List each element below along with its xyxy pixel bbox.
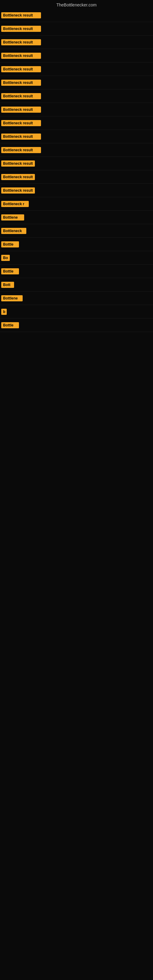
bottleneck-row: Bottleneck result <box>0 35 153 49</box>
bottleneck-row: Bottleneck result <box>0 143 153 157</box>
bottleneck-badge[interactable]: Bottleneck result <box>1 161 35 167</box>
bottleneck-row: Bottleneck result <box>0 62 153 76</box>
bottleneck-row: Bott <box>0 278 153 291</box>
bottleneck-badge[interactable]: Bottleneck result <box>1 12 41 18</box>
bottleneck-row: Bottleneck result <box>0 22 153 35</box>
bottleneck-badge[interactable]: Bottlene <box>1 215 24 221</box>
bottleneck-row: Bottleneck result <box>0 103 153 116</box>
bottleneck-badge[interactable]: Bottleneck result <box>1 80 41 86</box>
bottleneck-badge[interactable]: Bo <box>1 255 10 261</box>
bottleneck-badge[interactable]: Bottleneck result <box>1 107 41 113</box>
site-title: TheBottlenecker.com <box>0 0 153 9</box>
bottleneck-badge[interactable]: Bottleneck result <box>1 188 35 194</box>
bottleneck-row: Bottleneck result <box>0 89 153 103</box>
bottleneck-row: Bottle <box>0 238 153 251</box>
bottleneck-badge[interactable]: Bottleneck result <box>1 120 41 126</box>
bottleneck-badge[interactable]: Bottleneck result <box>1 66 41 72</box>
bottleneck-badge[interactable]: Bottleneck r <box>1 201 29 207</box>
bottleneck-row: Bottleneck result <box>0 116 153 130</box>
bottleneck-row: Bottleneck result <box>0 49 153 62</box>
bottleneck-badge[interactable]: Bottleneck result <box>1 93 41 99</box>
bottleneck-badge[interactable]: Bottle <box>1 268 19 274</box>
bottleneck-badge[interactable]: Bottleneck result <box>1 147 41 153</box>
bottleneck-row: Bottlene <box>0 291 153 305</box>
bottleneck-badge[interactable]: Bottleneck result <box>1 174 35 180</box>
bottleneck-badge[interactable]: Bottleneck result <box>1 39 41 45</box>
bottleneck-row: Bo <box>0 251 153 265</box>
bottleneck-row: Bottleneck result <box>0 130 153 143</box>
bottleneck-row: Bottleneck r <box>0 197 153 211</box>
bottleneck-badge[interactable]: Bottleneck <box>1 228 26 234</box>
bottleneck-badge[interactable]: b <box>1 309 7 315</box>
bottleneck-row: Bottle <box>0 265 153 278</box>
bottleneck-badge[interactable]: Bottle <box>1 241 19 247</box>
bottleneck-row: Bottleneck <box>0 224 153 238</box>
bottleneck-badge[interactable]: Bottle <box>1 322 19 328</box>
bottleneck-row: Bottleneck result <box>0 9 153 22</box>
bottleneck-row: Bottleneck result <box>0 170 153 184</box>
bottleneck-badge[interactable]: Bottleneck result <box>1 134 41 140</box>
page-container: TheBottlenecker.com Bottleneck resultBot… <box>0 0 153 332</box>
bottleneck-badge[interactable]: Bottleneck result <box>1 26 41 32</box>
bottleneck-row: Bottle <box>0 318 153 332</box>
bottleneck-row: Bottleneck result <box>0 157 153 170</box>
bottleneck-row: b <box>0 305 153 318</box>
bottleneck-row: Bottlene <box>0 211 153 224</box>
bottleneck-row: Bottleneck result <box>0 76 153 89</box>
bottleneck-badge[interactable]: Bottleneck result <box>1 52 41 59</box>
bottleneck-badge[interactable]: Bottlene <box>1 295 22 301</box>
bottleneck-row: Bottleneck result <box>0 184 153 197</box>
bottleneck-badge[interactable]: Bott <box>1 282 14 288</box>
